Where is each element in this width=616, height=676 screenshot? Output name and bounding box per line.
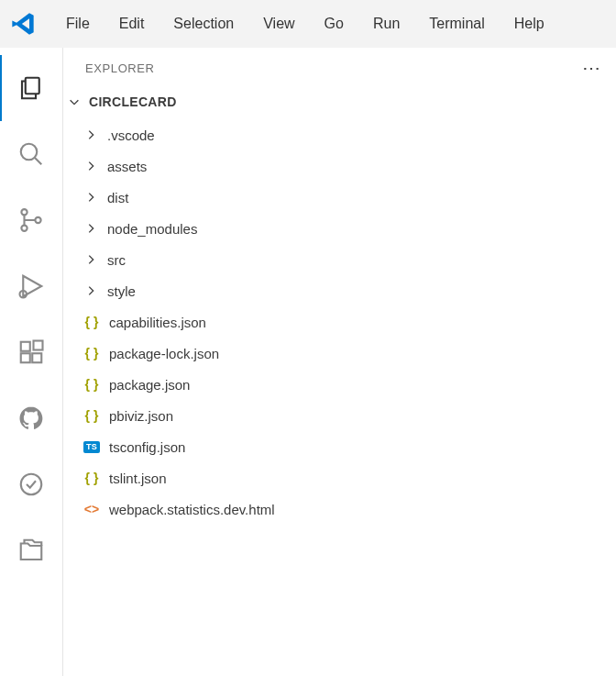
json-icon: { } [83,471,100,485]
file-item[interactable]: { }package-lock.json [63,338,616,369]
workbench-body: EXPLORER ⋯ CIRCLECARD .vscodeassetsdistn… [0,48,616,676]
project-section-header[interactable]: CIRCLECARD [63,88,616,116]
folder-item[interactable]: node_modules [63,213,616,244]
file-item[interactable]: { }package.json [63,369,616,400]
activity-extensions-icon[interactable] [0,319,62,385]
file-item[interactable]: { }tslint.json [63,462,616,493]
sidebar-explorer: EXPLORER ⋯ CIRCLECARD .vscodeassetsdistn… [62,48,616,676]
file-label: tsconfig.json [109,439,185,455]
folder-item[interactable]: style [63,275,616,306]
app-root: FileEditSelectionViewGoRunTerminalHelp [0,0,616,676]
json-icon: { } [83,346,100,360]
activity-project-manager-icon[interactable] [0,517,62,583]
sidebar-header: EXPLORER ⋯ [63,48,616,88]
svg-line-2 [35,158,42,165]
svg-rect-10 [34,341,43,350]
html-icon: <> [83,502,100,516]
chevron-right-icon [83,160,98,172]
menu-go[interactable]: Go [310,0,358,48]
chevron-right-icon [83,253,98,266]
folder-label: dist [107,190,128,205]
file-item[interactable]: { }pbiviz.json [63,400,616,431]
svg-rect-7 [21,342,30,351]
json-icon: { } [83,315,100,329]
folder-item[interactable]: src [63,244,616,275]
sidebar-title: EXPLORER [85,61,155,75]
menubar: FileEditSelectionViewGoRunTerminalHelp [0,0,616,48]
json-icon: { } [83,377,100,392]
svg-point-11 [21,474,42,495]
chevron-right-icon [83,128,98,141]
file-label: package.json [109,377,190,393]
svg-point-3 [21,209,27,215]
folder-label: style [107,283,136,299]
activity-bar [0,48,62,676]
folder-label: src [107,252,126,268]
activity-explorer-icon[interactable] [0,55,62,121]
project-name: CIRCLECARD [89,94,177,109]
menu-terminal[interactable]: Terminal [414,0,499,48]
chevron-right-icon [83,222,98,235]
folder-item[interactable]: .vscode [63,119,616,150]
folder-item[interactable]: assets [63,150,616,182]
file-label: tslint.json [109,471,167,486]
menu-file[interactable]: File [51,0,104,48]
svg-rect-8 [21,353,30,362]
file-label: capabilities.json [109,315,206,330]
activity-github-icon[interactable] [0,385,62,451]
svg-point-4 [21,226,27,231]
menu-selection[interactable]: Selection [159,0,248,48]
folder-label: node_modules [107,221,197,237]
file-item[interactable]: TStsconfig.json [63,431,616,462]
menu-help[interactable]: Help [500,0,559,48]
activity-source-control-icon[interactable] [0,187,62,253]
file-label: package-lock.json [109,346,219,361]
file-label: pbiviz.json [109,408,173,424]
svg-rect-9 [32,353,41,362]
more-actions-icon[interactable]: ⋯ [582,57,601,79]
folder-label: .vscode [107,127,155,143]
svg-point-5 [35,217,40,223]
menu-view[interactable]: View [248,0,309,48]
chevron-down-icon [67,95,82,108]
json-icon: { } [83,408,100,423]
svg-rect-0 [26,78,39,94]
ts-icon: TS [83,441,100,453]
activity-run-debug-icon[interactable] [0,253,62,319]
file-tree: .vscodeassetsdistnode_modulessrcstyle{ }… [63,116,616,525]
vscode-logo-icon [7,8,38,39]
file-item[interactable]: <>webpack.statistics.dev.html [63,493,616,525]
activity-search-icon[interactable] [0,121,62,187]
chevron-right-icon [83,284,98,297]
svg-point-1 [21,144,38,161]
folder-item[interactable]: dist [63,182,616,213]
activity-test-icon[interactable] [0,451,62,517]
file-item[interactable]: { }capabilities.json [63,306,616,338]
menu-run[interactable]: Run [358,0,414,48]
folder-label: assets [107,159,147,174]
chevron-right-icon [83,191,98,204]
menu-edit[interactable]: Edit [104,0,160,48]
file-label: webpack.statistics.dev.html [109,502,275,517]
